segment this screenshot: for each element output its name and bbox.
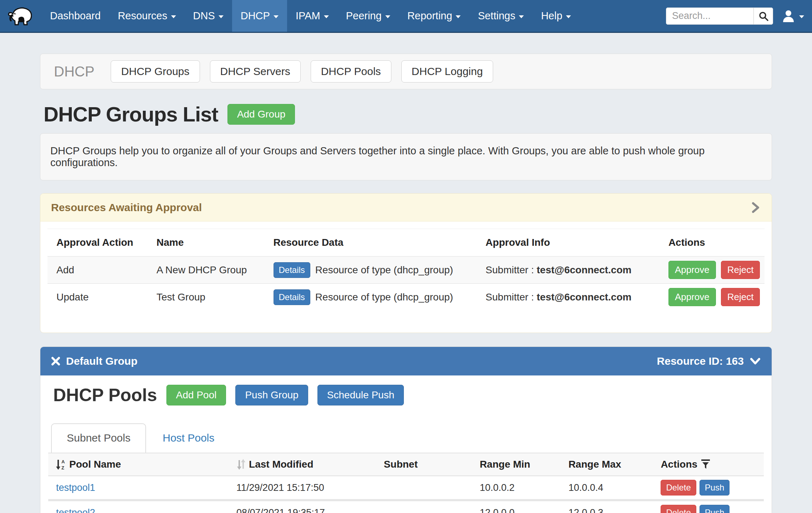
mammoth-icon (7, 5, 35, 28)
approval-info-cell: Submitter : test@6connect.com (486, 256, 668, 284)
reject-button[interactable]: Reject (721, 288, 760, 306)
approve-button[interactable]: Approve (668, 261, 716, 279)
approval-panel-body: Approval Action Name Resource Data Appro… (40, 221, 772, 333)
top-navbar: Dashboard Resources DNS DHCP IPAM Peerin… (0, 0, 812, 33)
user-icon (782, 9, 795, 23)
range-min-cell: 12.0.0.0 (480, 500, 568, 513)
caret-down-icon (456, 15, 461, 18)
nav-item-dashboard[interactable]: Dashboard (41, 0, 109, 32)
subnet-cell (384, 500, 480, 513)
close-icon[interactable] (51, 357, 60, 366)
nav-item-dns[interactable]: DNS (185, 0, 232, 32)
pools-heading-row: DHCP Pools Add Pool Push Group Schedule … (48, 385, 764, 405)
user-menu[interactable] (782, 9, 804, 23)
last-modified-cell: 11/29/2021 15:17:50 (236, 476, 384, 500)
delete-button[interactable]: Delete (661, 480, 696, 495)
tab-subnet-pools[interactable]: Subnet Pools (51, 423, 146, 453)
col-approval-action: Approval Action (47, 229, 156, 256)
tab-host-pools[interactable]: Host Pools (146, 423, 231, 453)
submitter-email: test@6connect.com (537, 264, 631, 275)
pools-table-row: testpool2 08/07/2021 19:35:17 12.0.0.0 1… (48, 500, 764, 513)
subnet-cell (384, 476, 480, 500)
approval-action-cell: Add (47, 256, 156, 284)
resource-type-text: Resource of type (dhcp_group) (315, 292, 453, 303)
delete-button[interactable]: Delete (661, 505, 696, 513)
svg-text:Z: Z (61, 465, 64, 470)
nav-item-resources[interactable]: Resources (109, 0, 185, 32)
push-button[interactable]: Push (700, 505, 730, 513)
caret-down-icon (519, 15, 524, 18)
push-group-button[interactable]: Push Group (235, 385, 308, 405)
push-button[interactable]: Push (700, 480, 730, 495)
pool-name-link[interactable]: testpool2 (56, 507, 95, 513)
search-input[interactable] (666, 8, 753, 24)
dhcp-groups-button[interactable]: DHCP Groups (111, 60, 200, 83)
description-text: DHCP Groups help you to organize all of … (50, 145, 705, 168)
col-range-max: Range Max (568, 453, 661, 476)
add-pool-button[interactable]: Add Pool (166, 385, 226, 405)
approval-table-row: Add A New DHCP Group Details Resource of… (47, 256, 765, 284)
pool-actions-cell: Delete Push (661, 500, 764, 513)
main-menu: Dashboard Resources DNS DHCP IPAM Peerin… (41, 0, 580, 32)
svg-text:A: A (61, 459, 65, 464)
sort-alpha-icon: A Z (55, 459, 66, 470)
approval-resource-cell: Details Resource of type (dhcp_group) (274, 284, 486, 311)
pool-name-link[interactable]: testpool1 (56, 482, 95, 493)
approval-table-row: Update Test Group Details Resource of ty… (47, 284, 765, 311)
pools-table: A Z Pool Name (48, 453, 764, 513)
details-button[interactable]: Details (274, 262, 310, 278)
approval-actions-cell: Approve Reject (668, 284, 765, 311)
approval-table: Approval Action Name Resource Data Appro… (47, 229, 765, 310)
dhcp-section-nav: DHCP DHCP Groups DHCP Servers DHCP Pools… (40, 54, 772, 89)
col-last-modified[interactable]: Last Modified (236, 453, 384, 476)
search-button[interactable] (753, 8, 773, 24)
approval-panel: Resources Awaiting Approval Approval Act… (40, 193, 772, 333)
submitter-email: test@6connect.com (537, 292, 631, 303)
section-title: DHCP (54, 64, 94, 80)
reject-button[interactable]: Reject (721, 261, 760, 279)
pools-table-header: A Z Pool Name (48, 453, 764, 476)
search-icon (758, 11, 769, 21)
range-max-cell: 12.0.0.3 (568, 500, 661, 513)
nav-item-help[interactable]: Help (532, 0, 580, 32)
resource-id-label: Resource ID: 163 (657, 355, 744, 367)
search-box (666, 8, 773, 25)
chevron-right-icon[interactable] (750, 201, 761, 214)
dhcp-pools-button[interactable]: DHCP Pools (311, 60, 391, 83)
page-heading-row: DHCP Groups List Add Group (40, 102, 772, 126)
group-panel-body: DHCP Pools Add Pool Push Group Schedule … (40, 375, 772, 513)
pools-table-row: testpool1 11/29/2021 15:17:50 10.0.0.2 1… (48, 476, 764, 500)
approval-panel-title: Resources Awaiting Approval (51, 201, 202, 214)
dhcp-logging-button[interactable]: DHCP Logging (401, 60, 493, 83)
nav-item-settings[interactable]: Settings (469, 0, 532, 32)
col-actions: Actions (668, 229, 765, 256)
add-group-button[interactable]: Add Group (227, 104, 295, 125)
pool-tabs: Subnet Pools Host Pools (48, 423, 764, 453)
nav-item-ipam[interactable]: IPAM (287, 0, 337, 32)
approve-button[interactable]: Approve (668, 288, 716, 306)
approval-action-cell: Update (47, 284, 156, 311)
brand-logo[interactable] (0, 0, 41, 32)
col-approval-info: Approval Info (486, 229, 668, 256)
approval-name-cell: Test Group (156, 284, 273, 311)
caret-down-icon (274, 15, 279, 18)
nav-item-reporting[interactable]: Reporting (399, 0, 470, 32)
default-group-panel: Default Group Resource ID: 163 DHCP Pool… (40, 347, 772, 513)
schedule-push-button[interactable]: Schedule Push (317, 385, 404, 405)
group-panel-heading: Default Group Resource ID: 163 (40, 347, 772, 375)
col-pool-name[interactable]: A Z Pool Name (48, 453, 236, 476)
caret-down-icon (566, 15, 571, 18)
filter-icon[interactable] (701, 459, 711, 470)
details-button[interactable]: Details (274, 289, 310, 305)
nav-item-dhcp[interactable]: DHCP (232, 0, 287, 32)
col-range-min: Range Min (480, 453, 568, 476)
col-subnet: Subnet (384, 453, 480, 476)
caret-down-icon (385, 15, 390, 18)
caret-down-icon (799, 15, 804, 18)
caret-down-icon (324, 15, 329, 18)
nav-item-peering[interactable]: Peering (337, 0, 399, 32)
resource-id-toggle[interactable]: Resource ID: 163 (657, 355, 761, 367)
dhcp-servers-button[interactable]: DHCP Servers (210, 60, 301, 83)
col-pool-actions: Actions (661, 453, 764, 476)
col-resource-data: Resource Data (274, 229, 486, 256)
